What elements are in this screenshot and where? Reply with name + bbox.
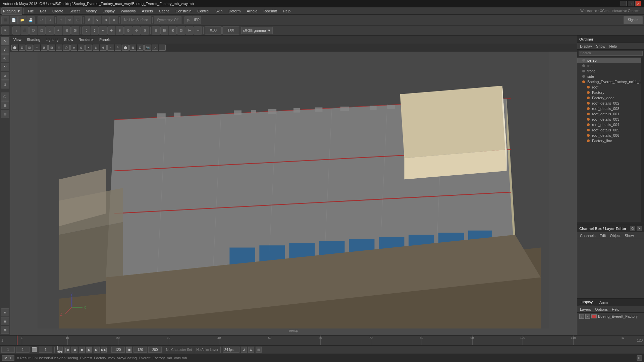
vp-menu-shading[interactable]: Shading bbox=[25, 37, 42, 42]
menu-skin[interactable]: Skin bbox=[213, 8, 225, 14]
menu-control[interactable]: Control bbox=[195, 8, 212, 14]
tool-rotate[interactable]: ↻ bbox=[65, 16, 73, 24]
vp-tool-15[interactable]: ↻ bbox=[115, 45, 121, 51]
vp-tool-7[interactable]: ◎ bbox=[56, 45, 62, 51]
tool-redo[interactable]: ↪ bbox=[46, 16, 54, 24]
tree-item-persp[interactable]: persp bbox=[577, 58, 641, 63]
vp-tool-camera[interactable]: 📷 bbox=[144, 45, 151, 51]
vp-tool-10[interactable]: ⊕ bbox=[78, 45, 85, 51]
vp-tool-5[interactable]: ⊠ bbox=[41, 45, 48, 51]
snap-surface[interactable]: ◈ bbox=[110, 16, 118, 24]
tool-edit-7[interactable]: ⊙ bbox=[132, 26, 141, 35]
timeline-ruler[interactable]: 1102030405060708090100110120 bbox=[17, 336, 624, 345]
snap-grid[interactable]: # bbox=[85, 16, 93, 24]
outliner-scrollbar-h[interactable] bbox=[577, 222, 644, 225]
tool-file-save[interactable]: 💾 bbox=[26, 16, 35, 24]
status-bar-btn[interactable]: ⊞ bbox=[637, 355, 642, 361]
tree-item-factory[interactable]: Factory bbox=[577, 90, 641, 95]
tool-edit-6[interactable]: ⊘ bbox=[124, 26, 132, 35]
channelbox-menu-show[interactable]: Show bbox=[623, 234, 635, 238]
tool-edit-5[interactable]: ⊗ bbox=[116, 26, 124, 35]
btn-end[interactable]: ⊞ bbox=[256, 347, 262, 353]
vp-tool-18[interactable]: ⊡ bbox=[137, 45, 144, 51]
btn-play-back[interactable]: ◀ bbox=[71, 347, 77, 353]
tool-poly-7[interactable]: ⊞ bbox=[63, 26, 71, 35]
transport-current-frame[interactable] bbox=[16, 347, 30, 353]
vp-menu-show[interactable]: Show bbox=[63, 37, 75, 42]
outliner-search-input[interactable] bbox=[579, 51, 643, 56]
channelbox-menu-edit[interactable]: Edit bbox=[598, 234, 607, 238]
display-menu-layers[interactable]: Layers bbox=[579, 307, 592, 311]
menu-windows[interactable]: Windows bbox=[118, 8, 139, 14]
vp-tool-14[interactable]: ≈ bbox=[107, 45, 114, 51]
outliner-menu-show[interactable]: Show bbox=[595, 44, 607, 48]
vp-tool-17[interactable]: ⊞ bbox=[129, 45, 136, 51]
transport-end-frame[interactable] bbox=[111, 347, 125, 353]
vp-tool-3[interactable]: ⊡ bbox=[26, 45, 33, 51]
btn-loop[interactable]: ↺ bbox=[241, 347, 247, 353]
fps-input[interactable] bbox=[223, 347, 239, 353]
tool-undo[interactable]: ↩ bbox=[38, 16, 46, 24]
vp-menu-lighting[interactable]: Lighting bbox=[44, 37, 60, 42]
menu-edit[interactable]: Edit bbox=[37, 8, 49, 14]
layer-visibility-btn[interactable]: V bbox=[579, 314, 584, 319]
menu-file[interactable]: File bbox=[25, 8, 37, 14]
tree-item-factory_door[interactable]: Factory_door bbox=[577, 95, 641, 101]
vp-tool-8[interactable]: ⬡ bbox=[63, 45, 70, 51]
symmetry-btn[interactable]: Symmetry: Off bbox=[154, 16, 181, 24]
left-tool-bottom[interactable]: ⊠ bbox=[1, 326, 9, 334]
vp-menu-renderer[interactable]: Renderer bbox=[77, 37, 95, 42]
live-surface-btn[interactable]: No Live Surface bbox=[121, 16, 151, 24]
channelbox-menu-object[interactable]: Object bbox=[608, 234, 622, 238]
minimize-button[interactable]: ─ bbox=[621, 1, 627, 6]
transport-thumb-frame[interactable] bbox=[39, 347, 52, 353]
left-tool-hair[interactable]: ≋ bbox=[1, 72, 9, 80]
display-menu-options[interactable]: Options bbox=[594, 307, 609, 311]
left-tool-9[interactable]: ⊟ bbox=[1, 110, 9, 118]
vp-tool-11[interactable]: + bbox=[85, 45, 92, 51]
vp-tool-render[interactable]: ▷ bbox=[152, 45, 158, 51]
tree-item-factory_line[interactable]: Factory_line bbox=[577, 138, 641, 143]
close-button[interactable]: ✕ bbox=[635, 1, 641, 6]
tool-poly-8[interactable]: ⊠ bbox=[71, 26, 79, 35]
tree-item-roof[interactable]: roof bbox=[577, 84, 641, 90]
tree-item-roof_details_003[interactable]: roof_details_003 bbox=[577, 117, 641, 122]
tree-item-boeing_everett_factory_nc11_1[interactable]: Boeing_Everett_Factory_nc11_1 bbox=[577, 79, 641, 84]
tool-d6[interactable]: ⊣ bbox=[194, 26, 202, 35]
tool-d1[interactable]: ⊞ bbox=[152, 26, 160, 35]
tool-edit-4[interactable]: ⊕ bbox=[107, 26, 115, 35]
color-space-dropdown[interactable]: sRGB gamma ▼ bbox=[241, 27, 273, 34]
tool-edit-2[interactable]: ⟩ bbox=[91, 26, 99, 35]
vp-tool-2[interactable]: ⊞ bbox=[19, 45, 25, 51]
left-tool-select[interactable]: ↖ bbox=[1, 37, 9, 45]
left-tool-groom[interactable]: ≣ bbox=[1, 317, 9, 325]
tool-select-arrow[interactable]: ↖ bbox=[1, 26, 9, 35]
menu-display[interactable]: Display bbox=[100, 8, 117, 14]
outliner-menu-help[interactable]: Help bbox=[608, 44, 619, 48]
vp-menu-panels[interactable]: Panels bbox=[98, 37, 112, 42]
vp-value2-field[interactable]: 1.00 bbox=[222, 26, 239, 35]
tool-file-new[interactable]: 📄 bbox=[10, 16, 18, 24]
tool-edit-1[interactable]: ⟨ bbox=[82, 26, 90, 35]
tool-d4[interactable]: ⊡ bbox=[177, 26, 185, 35]
channelbox-btn-2[interactable]: ✕ bbox=[637, 226, 642, 231]
left-tool-6[interactable]: ⚙ bbox=[1, 80, 9, 88]
tool-poly-1[interactable]: ⬦ bbox=[12, 26, 20, 35]
btn-skip-start[interactable]: |◀◀ bbox=[57, 347, 63, 353]
vp-menu-view[interactable]: View bbox=[12, 37, 23, 42]
tool-poly-6[interactable]: + bbox=[54, 26, 62, 35]
tool-file-open[interactable]: 📁 bbox=[18, 16, 26, 24]
btn-skip-end[interactable]: ▶▶| bbox=[101, 347, 107, 353]
tree-item-roof_details_002[interactable]: roof_details_002 bbox=[577, 101, 641, 106]
menu-select[interactable]: Select bbox=[67, 8, 83, 14]
vp-value1-field[interactable]: 0.00 bbox=[205, 26, 222, 35]
left-tool-7[interactable]: ⬡ bbox=[1, 93, 9, 101]
tool-poly-4[interactable]: ◻ bbox=[38, 26, 46, 35]
btn-stop[interactable]: ■ bbox=[79, 347, 85, 353]
vp-tool-16[interactable]: ⬤ bbox=[122, 45, 129, 51]
display-tab-display[interactable]: Display bbox=[579, 299, 594, 305]
tool-edit-3[interactable]: ⌖ bbox=[99, 26, 107, 35]
tree-item-roof_details_005[interactable]: roof_details_005 bbox=[577, 127, 641, 133]
menu-help[interactable]: Help bbox=[280, 8, 293, 14]
outliner-menu-display[interactable]: Display bbox=[579, 44, 593, 48]
